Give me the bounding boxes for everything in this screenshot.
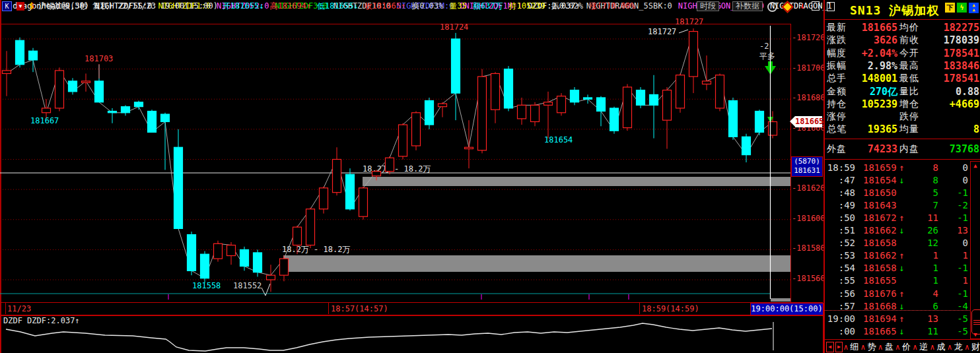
quote-row-value: 270亿 <box>851 86 897 98</box>
axis-price-label: -181580 <box>792 243 825 253</box>
tick-cell: 5 <box>909 187 938 198</box>
quote-row-label: 最低 <box>899 73 919 84</box>
tick-cell: 26 <box>909 225 938 236</box>
flash-icon[interactable]: ϟ <box>957 3 967 13</box>
quote-row-value: 3626 <box>851 34 897 46</box>
tab-价[interactable]: 价 <box>901 341 912 353</box>
tick-cell: :50 <box>825 212 855 223</box>
quote-row-value: 0.88 <box>924 86 979 98</box>
tick-cell: 0 <box>940 162 968 173</box>
tab-势[interactable]: 势 <box>866 341 878 353</box>
tab-left-icon[interactable]: ◀ <box>826 342 834 352</box>
datetime-label: 22/11/23 19:00(15:00) <box>118 1 218 11</box>
tab-盘[interactable]: 盘 <box>884 341 895 353</box>
tick-cell: -1 <box>940 212 968 223</box>
tick-cell: :47 <box>825 175 855 185</box>
quote-row-value: +4669 <box>924 98 979 110</box>
trading-terminal: K ▼ $ 沪锡加权(5秒 复权) 22/11/23 19:00(15:00) … <box>0 0 980 353</box>
tick-row: 18:59181659↑80 <box>825 162 980 175</box>
quote-row-value: 183846 <box>924 60 979 72</box>
quote-row-label: 幅度 <box>827 48 847 59</box>
tick-scrollbar[interactable]: ▲ ▼ <box>970 161 980 339</box>
scroll-up-icon[interactable]: ▲ <box>971 162 979 169</box>
axis-price-label: -181560 <box>792 274 825 283</box>
tick-cell: 13 <box>909 313 938 324</box>
tick-cell: :55 <box>825 275 855 286</box>
download-arrow-icon[interactable]: ↓ <box>800 1 805 11</box>
chart-area[interactable]: 18.2万 - 18.2万18.2万 - 18.2万 <box>0 24 790 303</box>
tick-cell: ↑ <box>899 162 907 173</box>
panel-box-icon[interactable] <box>827 2 835 11</box>
tick-cell: ↓ <box>899 263 907 273</box>
refill-data-button[interactable]: 补数据 <box>732 1 763 11</box>
tick-cell: 19:00 <box>825 313 855 324</box>
chart-annotation: 181703 <box>85 54 113 63</box>
chart-annotation: 平多 <box>759 51 775 62</box>
quote-row-label: 金额 <box>827 86 847 98</box>
quote-row-value: 148001 <box>851 73 897 84</box>
inout-volume: 外盘 <box>827 143 847 155</box>
quote-row-label: 最新 <box>827 22 847 34</box>
tab-separator-icon: ∧ <box>878 342 883 352</box>
contract-title: 沪锡加权(5秒 复权) <box>38 1 113 12</box>
divider <box>825 159 980 160</box>
quote-row-value: 182275 <box>924 22 979 34</box>
chart-annotation: 181724 <box>440 22 468 32</box>
inout-volume: 内盘 <box>899 143 919 155</box>
candlestick-chart[interactable]: 18.2万 - 18.2万18.2万 - 18.2万 <box>0 24 790 303</box>
subchart-label: DZDF DZDF:2.037↑ <box>3 316 80 325</box>
settlement-tag: (5870) 181631 <box>791 156 823 177</box>
tick-cell: ↓ <box>899 225 907 236</box>
tick-cell: :00 <box>825 326 855 337</box>
tick-cell: :51 <box>825 225 855 236</box>
tick-cell: 181659 <box>863 162 897 173</box>
down-badge-icon[interactable]: 下 <box>945 3 955 13</box>
tab-细[interactable]: 细 <box>849 341 860 353</box>
tick-row: :481816505-1 <box>825 187 980 200</box>
tab-龙[interactable]: 龙 <box>953 341 964 353</box>
tab-成[interactable]: 成 <box>936 341 947 353</box>
tick-cell: :49 <box>825 200 855 210</box>
chart-annotation: 181552 <box>233 281 262 290</box>
quote-row-label: 涨停 <box>827 111 847 123</box>
tab-逆[interactable]: 逆 <box>918 341 929 353</box>
tick-row: :54181658↓1-1 <box>825 263 980 275</box>
last-price-tag: 181665 <box>795 116 822 127</box>
tick-cell: :53 <box>825 250 855 261</box>
period-dropdown[interactable]: ▼ <box>17 2 24 11</box>
tab-separator-icon: ∧ <box>948 342 952 352</box>
tick-cell: :52 <box>825 238 855 248</box>
window-icon[interactable] <box>812 1 820 11</box>
tick-cell: ↓ <box>899 326 907 337</box>
quote-row-value: 8 <box>924 123 979 135</box>
tab-separator-icon: ∧ <box>895 342 900 352</box>
quote-row-value: 178541 <box>924 48 979 59</box>
timerange-button[interactable]: 时段 <box>697 1 719 11</box>
period-k-button[interactable]: K <box>2 1 12 11</box>
tick-cell: :56 <box>825 288 855 299</box>
alert-diamond-icon[interactable] <box>781 1 793 13</box>
quote-row-label: 前收 <box>899 34 919 46</box>
tick-cell: 12 <box>909 238 938 248</box>
tick-cell: 7 <box>909 200 938 210</box>
scroll-down-icon[interactable]: ▼ <box>971 331 979 338</box>
quote-field: 换0.03% <box>411 1 443 11</box>
tick-cell: 181650 <box>863 187 897 198</box>
tick-row: :47181654↓80 <box>825 175 980 187</box>
quote-field: 涨(7)0.00% <box>589 1 635 11</box>
quote-field: 持105239 <box>508 1 545 11</box>
tab-财[interactable]: 财 <box>970 341 980 353</box>
time-axis-label: 18:59(14:59) <box>642 304 699 313</box>
h-scrollbar-thumb[interactable] <box>771 298 790 302</box>
tick-row: :52181658120 <box>825 238 980 250</box>
axis-price-label: -181680 <box>792 93 825 102</box>
tab-right-icon[interactable]: ▶ <box>835 342 843 352</box>
tab-separator-icon: ∧ <box>965 342 969 352</box>
sort-up-icon[interactable]: ▲▲ <box>969 3 979 13</box>
quote-header: SN13 沪锡加权 下 ϟ ▲▲ <box>825 0 980 20</box>
app-logo-icon: $ <box>29 1 34 11</box>
gear-icon[interactable] <box>767 2 777 12</box>
dzdf-subchart-panel[interactable]: DZDF DZDF:2.037↑ <box>0 315 823 353</box>
quote-row-label: 今开 <box>899 48 919 59</box>
settle-count: (5870) <box>792 157 822 166</box>
